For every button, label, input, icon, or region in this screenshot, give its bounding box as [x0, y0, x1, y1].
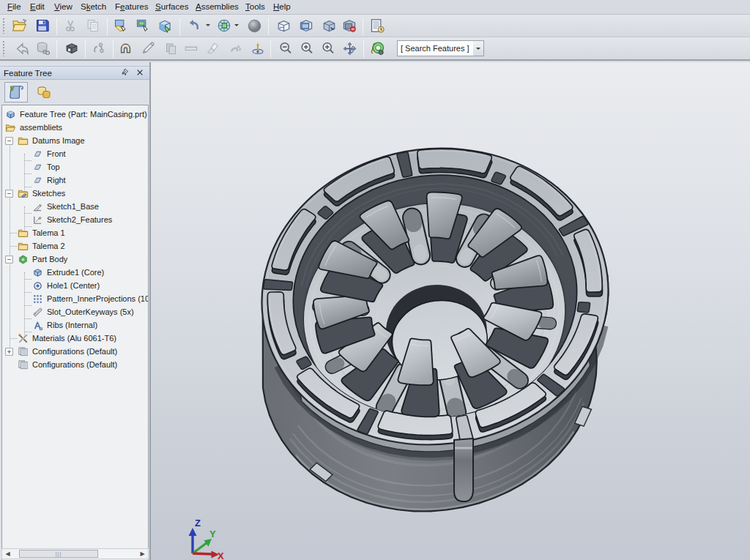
svg-text:X: X: [218, 550, 224, 560]
svg-text:Y: Y: [209, 529, 216, 540]
svg-text:Z: Z: [195, 518, 201, 529]
